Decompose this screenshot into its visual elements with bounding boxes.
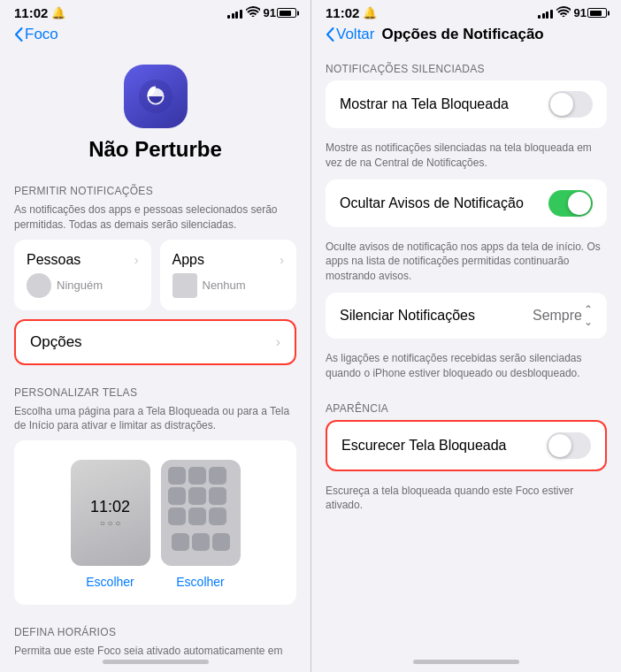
options-row[interactable]: Opções › [14, 319, 296, 365]
pessoas-chevron: › [134, 253, 139, 267]
lock-screen-mock: 11:02 ○ ○ ○ [71, 460, 150, 566]
escurecer-label: Escurecer Tela Bloqueada [341, 438, 547, 454]
pessoas-thumb [27, 273, 51, 298]
left-panel: 11:02 🔔 91 Foco [0, 0, 310, 672]
personalize-card: 11:02 ○ ○ ○ Escolher [14, 440, 296, 605]
nav-bar-left: Foco [0, 24, 310, 50]
status-time-left: 11:02 🔔 [14, 5, 65, 20]
battery-left: 91 [264, 6, 296, 19]
permitir-desc: As notificações dos apps e pessoas selec… [0, 201, 310, 240]
apps-chevron: › [280, 253, 284, 267]
home-bar-right [413, 660, 519, 664]
ocultar-row: Ocultar Avisos de Notificação [326, 179, 607, 227]
status-icons-left: 91 [227, 6, 296, 19]
page-title-right: Opções de Notificação [381, 26, 543, 43]
personalizar-label: PERSONALIZAR TELAS [0, 374, 310, 402]
pessoas-card[interactable]: Pessoas › Ninguém [14, 240, 151, 310]
signal-icon [227, 8, 242, 19]
mostrar-label: Mostrar na Tela Bloqueada [340, 96, 548, 112]
escurecer-desc: Escureça a tela bloqueada quando este Fo… [311, 482, 621, 523]
escurecer-row: Escurecer Tela Bloqueada [327, 422, 605, 470]
permitir-label: PERMITIR NOTIFICAÇÕES [0, 172, 310, 201]
personalize-section: 11:02 ○ ○ ○ Escolher [0, 440, 310, 605]
back-button-right[interactable]: Voltar [326, 26, 374, 43]
silenciadas-section-label: NOTIFICAÇÕES SILENCIADAS [311, 50, 621, 80]
silenciar-row[interactable]: Silenciar Notificações Sempre ⌃⌄ [326, 293, 607, 339]
escolher-lock[interactable]: Escolher [86, 575, 134, 589]
ocultar-toggle-thumb [568, 192, 591, 215]
hero-icon [124, 65, 188, 128]
pessoas-sub: Ninguém [57, 279, 103, 292]
apps-thumb [172, 273, 197, 298]
chevron-up-down-icon: ⌃⌄ [584, 303, 593, 328]
home-screen-mock [161, 460, 241, 566]
nav-bar-right: Voltar Opções de Notificação [311, 24, 621, 50]
status-icons-right: 91 [538, 6, 607, 19]
apps-title: Apps [172, 252, 204, 268]
cards-row: Pessoas › Ninguém Apps › Nenhum [0, 240, 310, 310]
silenciar-value: Sempre ⌃⌄ [533, 303, 593, 328]
right-content: NOTIFICAÇÕES SILENCIADAS Mostrar na Tela… [311, 50, 621, 654]
bell-icon-right: 🔔 [363, 6, 377, 19]
mostrar-toggle-thumb [550, 93, 573, 116]
mostrar-toggle[interactable] [548, 91, 593, 118]
escurecer-group: Escurecer Tela Bloqueada [326, 420, 607, 471]
battery-icon-right [587, 8, 607, 18]
mostrar-row: Mostrar na Tela Bloqueada [326, 80, 607, 128]
apps-card[interactable]: Apps › Nenhum [160, 240, 297, 310]
status-bar-right: 11:02 🔔 91 [311, 0, 621, 24]
status-time-right: 11:02 🔔 [326, 5, 377, 20]
mostrar-desc: Mostre as notificações silenciadas na te… [311, 139, 621, 179]
hero-section: Não Perturbe [0, 50, 310, 172]
battery-icon-left [277, 8, 296, 18]
lock-time: 11:02 [90, 499, 130, 515]
horarios-label: DEFINA HORÁRIOS [0, 614, 310, 642]
apps-sub: Nenhum [203, 279, 246, 292]
options-chevron: › [276, 334, 280, 350]
hero-title: Não Perturbe [88, 137, 222, 162]
ocultar-desc: Oculte avisos de notificação nos apps da… [311, 238, 621, 293]
personalizar-desc: Escolha uma página para a Tela Bloqueada… [0, 402, 310, 441]
home-indicator-left [0, 654, 310, 672]
silenciar-group: Silenciar Notificações Sempre ⌃⌄ [326, 293, 607, 339]
wifi-icon-right [556, 6, 571, 19]
escurecer-toggle[interactable] [547, 432, 591, 459]
wifi-icon [246, 6, 260, 19]
mostrar-group: Mostrar na Tela Bloqueada [326, 80, 607, 128]
home-bar-left [103, 660, 209, 664]
ocultar-group: Ocultar Avisos de Notificação [326, 179, 607, 227]
home-indicator-right [311, 654, 621, 672]
options-label: Opções [30, 333, 82, 351]
bell-icon-left: 🔔 [51, 6, 65, 19]
ocultar-label: Ocultar Avisos de Notificação [340, 195, 548, 211]
left-content: Não Perturbe PERMITIR NOTIFICAÇÕES As no… [0, 50, 310, 654]
silenciar-desc: As ligações e notificações recebidas ser… [311, 349, 621, 390]
silenciar-label: Silenciar Notificações [340, 308, 533, 324]
ocultar-toggle[interactable] [548, 190, 593, 217]
escolher-home[interactable]: Escolher [176, 575, 224, 589]
screens-row: 11:02 ○ ○ ○ Escolher [27, 453, 284, 592]
escurecer-toggle-thumb [548, 434, 571, 457]
signal-icon-right [538, 8, 553, 19]
status-bar-left: 11:02 🔔 91 [0, 0, 310, 24]
horarios-desc: Permita que este Foco seja ativado autom… [0, 642, 310, 654]
aparencia-section-label: APARÊNCIA [311, 390, 621, 420]
battery-right: 91 [574, 6, 607, 19]
pessoas-title: Pessoas [27, 252, 80, 268]
right-panel: 11:02 🔔 91 Voltar [310, 0, 621, 672]
back-button-left[interactable]: Foco [14, 26, 58, 43]
